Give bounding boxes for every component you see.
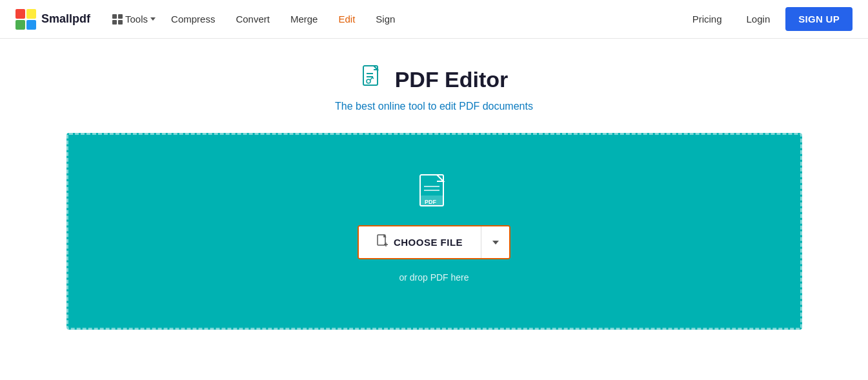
nav-links: Compress Convert Merge Edit Sign [162,10,404,28]
choose-file-label: CHOOSE FILE [394,237,463,248]
tools-grid-icon [112,14,123,25]
choose-file-wrapper[interactable]: CHOOSE FILE [358,225,510,259]
pdf-file-icon: PDF [418,174,450,212]
svg-point-7 [367,79,370,83]
chevron-down-icon [150,17,156,21]
choose-file-button[interactable]: CHOOSE FILE [359,226,481,258]
dropdown-chevron-icon [492,241,499,245]
logo-text: Smallpdf [41,12,90,26]
svg-line-9 [372,77,374,79]
signup-button[interactable]: SIGN UP [785,7,853,31]
page-title: PDF Editor [395,67,509,92]
drop-hint: or drop PDF here [399,272,469,283]
tools-dropdown-button[interactable]: Tools [106,10,162,28]
svg-rect-1 [26,9,36,19]
file-upload-icon [377,234,389,250]
dropzone[interactable]: PDF CHOOSE FILE [66,133,802,330]
pricing-link[interactable]: Pricing [683,10,731,28]
login-link[interactable]: Login [736,10,781,28]
nav-right: Pricing Login SIGN UP [683,7,853,31]
title-area: PDF Editor [360,65,509,94]
nav-link-sign[interactable]: Sign [367,10,404,28]
nav-link-edit[interactable]: Edit [329,10,364,28]
subtitle: The best online tool to edit PDF documen… [335,101,533,112]
svg-rect-0 [15,9,25,19]
logo-icon [15,9,36,30]
main-content: PDF Editor The best online tool to edit … [0,39,868,330]
svg-rect-3 [26,20,36,30]
nav-link-merge[interactable]: Merge [281,10,327,28]
svg-text:PDF: PDF [425,199,437,205]
navbar: Smallpdf Tools Compress Convert Merge Ed… [0,0,868,39]
logo-link[interactable]: Smallpdf [15,9,90,30]
nav-link-compress[interactable]: Compress [162,10,224,28]
nav-link-convert[interactable]: Convert [227,10,279,28]
pdf-editor-icon [360,65,386,94]
choose-file-dropdown-button[interactable] [481,226,509,258]
svg-rect-2 [15,20,25,30]
tools-label: Tools [125,14,148,25]
